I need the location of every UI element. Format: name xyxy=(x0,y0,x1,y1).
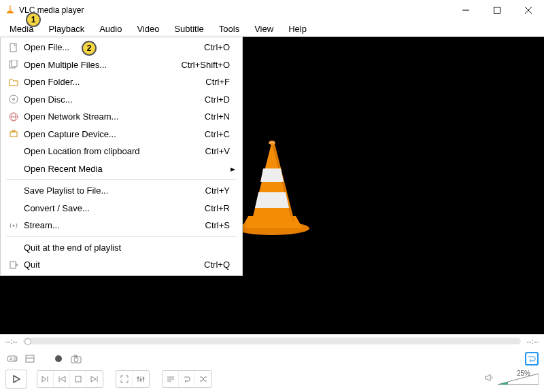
svg-point-35 xyxy=(74,358,78,362)
svg-rect-5 xyxy=(494,7,500,14)
fullscreen-button[interactable] xyxy=(116,371,133,387)
menu-bar: Media Playback Audio Video Subtitle Tool… xyxy=(0,20,544,37)
svg-rect-31 xyxy=(26,355,34,362)
svg-point-49 xyxy=(140,379,142,381)
svg-text:A: A xyxy=(10,357,13,361)
file-icon xyxy=(6,43,21,52)
svg-rect-17 xyxy=(12,60,17,67)
svg-rect-23 xyxy=(10,132,17,137)
svg-rect-26 xyxy=(10,262,16,268)
shuffle-button[interactable] xyxy=(195,371,211,387)
svg-rect-36 xyxy=(74,355,77,357)
menu-video[interactable]: Video xyxy=(130,22,166,35)
menu-convert-save[interactable]: Convert / Save... Ctrl+R xyxy=(1,200,242,217)
svg-point-33 xyxy=(55,355,62,362)
menu-open-network[interactable]: Open Network Stream... Ctrl+N xyxy=(1,108,242,126)
annotation-badge-1: 1 xyxy=(26,12,41,27)
folder-icon xyxy=(6,77,21,87)
quit-icon xyxy=(6,260,21,270)
menu-stream[interactable]: Stream... Ctrl+S xyxy=(1,217,242,234)
menu-open-folder[interactable]: Open Folder... Ctrl+F xyxy=(1,73,242,91)
media-dropdown: Open File... Ctrl+O Open Multiple Files.… xyxy=(0,37,243,276)
menu-open-recent[interactable]: Open Recent Media ▸ xyxy=(1,160,242,178)
menu-quit-end[interactable]: Quit at the end of playlist xyxy=(1,239,242,257)
svg-marker-43 xyxy=(91,376,96,382)
record-button[interactable] xyxy=(52,352,65,366)
disc-icon xyxy=(6,94,21,104)
volume-slider[interactable]: 25% xyxy=(498,372,539,386)
loop-ab-button[interactable]: AB xyxy=(5,352,19,366)
menu-open-multiple[interactable]: Open Multiple Files... Ctrl+Shift+O xyxy=(1,56,242,74)
menu-playback[interactable]: Playback xyxy=(41,22,91,35)
volume-control[interactable]: 25% xyxy=(484,372,539,386)
snapshot-button[interactable] xyxy=(69,352,83,366)
previous-button[interactable] xyxy=(54,371,70,387)
svg-rect-24 xyxy=(12,130,15,132)
loop-button[interactable] xyxy=(179,371,195,387)
svg-rect-15 xyxy=(10,43,16,52)
svg-rect-42 xyxy=(75,376,81,382)
stream-icon xyxy=(6,221,21,230)
menu-separator xyxy=(6,179,237,180)
speaker-icon xyxy=(484,373,495,385)
stop-button[interactable] xyxy=(70,371,86,387)
next-button[interactable] xyxy=(86,371,103,387)
time-elapsed: --:-- xyxy=(5,337,18,345)
svg-rect-3 xyxy=(7,12,14,14)
menu-open-clipboard[interactable]: Open Location from clipboard Ctrl+V xyxy=(1,143,242,160)
menu-view[interactable]: View xyxy=(248,22,280,35)
capture-icon xyxy=(6,129,21,139)
svg-point-48 xyxy=(137,377,139,379)
seek-slider[interactable] xyxy=(23,338,522,344)
playlist-button[interactable] xyxy=(163,371,179,387)
toolbar-row-1: AB xyxy=(0,349,544,368)
seek-bar: --:-- --:-- xyxy=(0,334,544,348)
svg-point-50 xyxy=(143,378,145,380)
menu-help[interactable]: Help xyxy=(282,22,313,35)
loop-button-highlighted[interactable] xyxy=(525,352,539,366)
menu-save-playlist[interactable]: Save Playlist to File... Ctrl+Y xyxy=(1,182,242,200)
svg-marker-13 xyxy=(255,192,289,208)
svg-marker-41 xyxy=(61,376,65,382)
menu-open-file[interactable]: Open File... Ctrl+O xyxy=(1,39,242,56)
svg-rect-2 xyxy=(9,10,12,11)
frame-step-button[interactable] xyxy=(23,352,37,366)
menu-open-disc[interactable]: Open Disc... Ctrl+D xyxy=(1,91,242,109)
menu-open-capture[interactable]: Open Capture Device... Ctrl+C xyxy=(1,126,242,143)
svg-marker-54 xyxy=(486,374,490,381)
time-total: --:-- xyxy=(526,337,539,345)
vlc-cone-icon xyxy=(5,4,15,16)
extended-settings-button[interactable] xyxy=(133,371,149,387)
svg-point-14 xyxy=(269,141,275,145)
submenu-arrow-icon: ▸ xyxy=(231,164,235,174)
svg-marker-55 xyxy=(498,374,539,385)
maximize-button[interactable] xyxy=(481,0,513,20)
svg-point-19 xyxy=(13,99,15,101)
minimize-button[interactable] xyxy=(450,0,481,20)
play-button[interactable] xyxy=(5,370,27,389)
menu-subtitle[interactable]: Subtitle xyxy=(167,22,210,35)
svg-marker-37 xyxy=(14,376,20,382)
menu-separator xyxy=(6,236,237,237)
network-icon xyxy=(6,112,21,122)
svg-text:B: B xyxy=(14,357,17,361)
toolbar-row-2: 25% xyxy=(0,368,544,390)
svg-marker-38 xyxy=(42,376,46,382)
svg-point-25 xyxy=(13,224,15,226)
title-bar: VLC media player xyxy=(0,0,544,20)
files-icon xyxy=(6,60,21,69)
svg-point-18 xyxy=(10,95,18,103)
svg-rect-1 xyxy=(9,7,12,9)
svg-marker-12 xyxy=(260,168,284,182)
menu-tools[interactable]: Tools xyxy=(212,22,246,35)
annotation-badge-2: 2 xyxy=(82,41,97,56)
step-forward-button[interactable] xyxy=(37,371,54,387)
menu-quit[interactable]: Quit Ctrl+Q xyxy=(1,256,242,274)
menu-audio[interactable]: Audio xyxy=(92,22,129,35)
close-button[interactable] xyxy=(513,0,544,20)
